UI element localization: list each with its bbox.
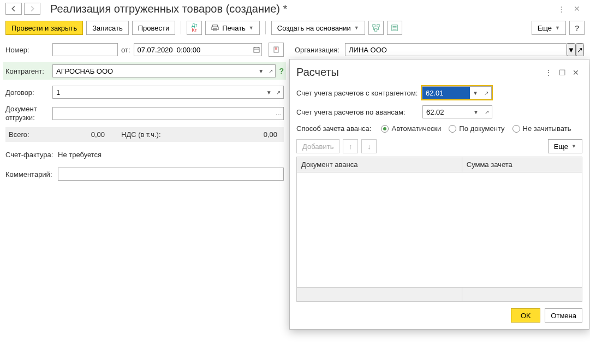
separator xyxy=(265,21,266,34)
post-and-close-button[interactable]: Провести и закрыть xyxy=(5,21,83,35)
move-down-button: ↓ xyxy=(361,139,377,153)
open-button[interactable]: ↗ xyxy=(576,43,584,56)
comment-input[interactable] xyxy=(58,168,284,181)
svg-rect-0 xyxy=(213,25,218,27)
close-icon[interactable]: ✕ xyxy=(569,2,585,15)
counterparty-input[interactable] xyxy=(52,64,256,77)
popup-kebab-icon[interactable]: ⋮ xyxy=(541,67,556,78)
cancel-button[interactable]: Отмена xyxy=(545,308,582,323)
more-label: Еще xyxy=(538,24,552,32)
popup-more-button[interactable]: Еще ▼ xyxy=(548,139,582,153)
print-label: Печать xyxy=(222,24,246,32)
col-sum-header[interactable]: Сумма зачета xyxy=(462,157,582,172)
shipment-doc-input[interactable] xyxy=(52,107,273,120)
post-button[interactable]: Провести xyxy=(132,21,176,35)
caret-down-icon: ▼ xyxy=(354,25,359,31)
dropdown-button[interactable]: ▼ xyxy=(256,64,266,77)
open-button[interactable]: ↗ xyxy=(274,86,284,99)
acct2-input[interactable] xyxy=(422,105,470,118)
org-label: Организация: xyxy=(295,46,345,54)
add-button: Добавить xyxy=(296,139,339,153)
invoice-value: Не требуется xyxy=(58,151,102,159)
popup-maximize-icon[interactable]: ☐ xyxy=(556,67,569,78)
advance-mode-label: Способ зачета аванса: xyxy=(296,124,371,133)
dropdown-button[interactable]: ▼ xyxy=(264,86,273,99)
save-button[interactable]: Записать xyxy=(86,21,129,35)
mode-none-radio[interactable]: Не зачитывать xyxy=(512,124,571,133)
org-input[interactable] xyxy=(345,43,567,56)
grid-body xyxy=(297,172,582,287)
caret-down-icon: ▼ xyxy=(555,25,560,31)
date-input[interactable] xyxy=(134,43,251,56)
calendar-icon xyxy=(253,46,260,53)
contract-label: Договор: xyxy=(5,88,52,97)
popup-title: Расчеты xyxy=(296,66,541,79)
move-up-button: ↑ xyxy=(343,139,358,153)
more-button[interactable]: Еще ▼ xyxy=(532,21,566,35)
separator xyxy=(181,21,181,34)
print-button[interactable]: Печать ▼ xyxy=(205,21,260,35)
advance-grid: Документ аванса Сумма зачета xyxy=(296,157,582,302)
calc-popup: Расчеты ⋮ ☐ ✕ Счет учета расчетов с конт… xyxy=(289,59,589,330)
page-title: Реализация отгруженных товаров (создание… xyxy=(50,3,553,15)
svg-rect-4 xyxy=(377,25,379,27)
doc-link-button[interactable] xyxy=(269,43,284,57)
svg-rect-10 xyxy=(254,47,259,52)
number-label: Номер: xyxy=(5,46,52,54)
acct1-input[interactable] xyxy=(422,86,470,99)
mode-doc-radio[interactable]: По документу xyxy=(449,124,504,133)
vat-label: НДС (в т.ч.): xyxy=(121,130,161,139)
svg-rect-5 xyxy=(374,29,377,31)
total-value: 0,00 xyxy=(56,130,121,139)
nav-forward-button[interactable] xyxy=(24,3,40,15)
caret-down-icon: ▼ xyxy=(571,144,576,149)
acct1-label: Счет учета расчетов с контрагентом: xyxy=(296,89,422,97)
total-label: Всего: xyxy=(9,130,56,139)
help-button[interactable]: ? xyxy=(569,21,585,35)
counterparty-label: Контрагент: xyxy=(5,67,52,75)
vat-value: 0,00 xyxy=(161,130,281,139)
number-input[interactable] xyxy=(52,43,118,56)
list-button[interactable] xyxy=(387,21,402,35)
from-label: от: xyxy=(121,46,130,54)
acct2-label: Счет учета расчетов по авансам: xyxy=(296,108,422,116)
open-button[interactable]: ↗ xyxy=(266,64,276,77)
related-button[interactable] xyxy=(368,21,384,35)
dropdown-button[interactable]: ▼ xyxy=(470,105,481,118)
comment-label: Комментарий: xyxy=(5,170,58,178)
caret-down-icon: ▼ xyxy=(249,25,254,31)
popup-close-icon[interactable]: ✕ xyxy=(569,67,582,78)
create-based-button[interactable]: Создать на основании ▼ xyxy=(271,21,365,35)
kebab-icon[interactable]: ⋮ xyxy=(556,3,567,15)
shipment-doc-label: Документотгрузки: xyxy=(5,105,52,122)
dropdown-button[interactable]: ▼ xyxy=(567,43,576,56)
create-based-label: Создать на основании xyxy=(277,24,351,32)
open-button[interactable]: ↗ xyxy=(481,105,492,118)
contract-input[interactable] xyxy=(52,86,264,99)
nav-back-button[interactable] xyxy=(5,3,22,15)
col-doc-header[interactable]: Документ аванса xyxy=(297,157,462,172)
help-icon[interactable]: ? xyxy=(279,67,284,75)
mode-auto-radio[interactable]: Автоматически xyxy=(381,124,441,133)
dropdown-button[interactable]: ▼ xyxy=(470,86,481,99)
calendar-button[interactable] xyxy=(251,43,262,56)
ellipsis-button[interactable]: … xyxy=(273,107,284,120)
svg-rect-3 xyxy=(372,25,374,27)
svg-rect-1 xyxy=(212,27,218,29)
open-button[interactable]: ↗ xyxy=(481,86,492,99)
dtkt-button[interactable]: ДтКт xyxy=(187,21,202,35)
grid-footer xyxy=(297,287,582,301)
ok-button[interactable]: OK xyxy=(511,308,540,323)
print-icon xyxy=(211,24,219,32)
invoice-label: Счет-фактура: xyxy=(5,151,58,159)
